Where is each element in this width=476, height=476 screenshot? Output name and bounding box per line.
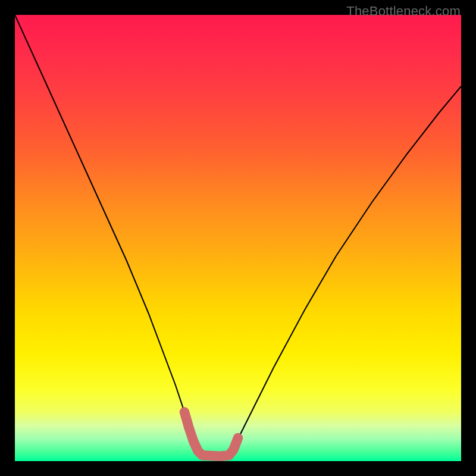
watermark-text: TheBottleneck.com	[346, 4, 461, 19]
curve-overlay	[15, 15, 461, 461]
plot-area	[15, 15, 461, 461]
chart-frame: TheBottleneck.com	[0, 0, 476, 476]
bottleneck-curve	[15, 15, 461, 457]
bottleneck-zone	[184, 412, 238, 456]
